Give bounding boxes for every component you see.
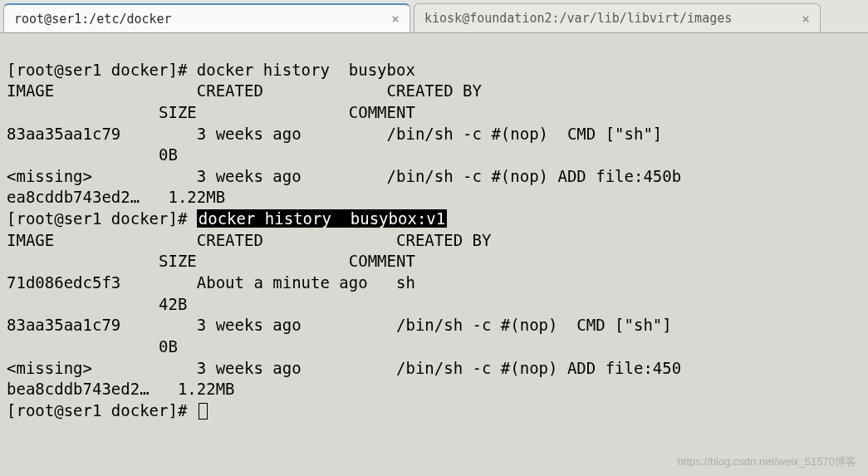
highlighted-command: docker history busybox:v1 xyxy=(197,209,447,228)
terminal-line: 42B xyxy=(7,295,187,313)
terminal-line: [root@ser1 docker]# docker history busyb… xyxy=(7,61,415,79)
terminal-line: 71d086edc5f3 About a minute ago sh xyxy=(7,273,415,292)
terminal-line: 83aa35aa1c79 3 weeks ago /bin/sh -c #(no… xyxy=(7,316,672,334)
close-icon[interactable]: × xyxy=(802,11,810,27)
terminal-prompt: [root@ser1 docker]# xyxy=(7,401,197,420)
cursor-icon xyxy=(199,403,208,420)
close-icon[interactable]: × xyxy=(391,11,400,27)
terminal-line: SIZE COMMENT xyxy=(7,252,415,270)
tab-inactive[interactable]: kiosk@foundation2:/var/lib/libvirt/image… xyxy=(414,3,821,32)
terminal-line: IMAGE CREATED CREATED BY xyxy=(7,231,491,249)
tab-inactive-label: kiosk@foundation2:/var/lib/libvirt/image… xyxy=(424,11,732,26)
terminal-output[interactable]: [root@ser1 docker]# docker history busyb… xyxy=(0,33,868,427)
terminal-line: bea8cddb743ed2… 1.22MB xyxy=(7,380,235,398)
terminal-line: <missing> 3 weeks ago /bin/sh -c #(nop) … xyxy=(7,359,681,377)
tab-active[interactable]: root@ser1:/etc/docker × xyxy=(3,3,410,32)
terminal-line: ea8cddb743ed2… 1.22MB xyxy=(7,188,225,206)
watermark-text: https://blog.csdn.net/weix_51570博客 xyxy=(678,454,856,469)
terminal-line: SIZE COMMENT xyxy=(7,103,415,121)
terminal-prompt: [root@ser1 docker]# xyxy=(7,209,197,228)
tab-active-label: root@ser1:/etc/docker xyxy=(14,12,172,27)
terminal-line: 83aa35aa1c79 3 weeks ago /bin/sh -c #(no… xyxy=(7,125,662,143)
terminal-line: 0B xyxy=(7,145,178,164)
tabs-bar: root@ser1:/etc/docker × kiosk@foundation… xyxy=(0,0,868,33)
terminal-line: <missing> 3 weeks ago /bin/sh -c #(nop) … xyxy=(7,167,681,185)
terminal-line: 0B xyxy=(7,337,178,356)
terminal-line: IMAGE CREATED CREATED BY xyxy=(7,81,482,100)
